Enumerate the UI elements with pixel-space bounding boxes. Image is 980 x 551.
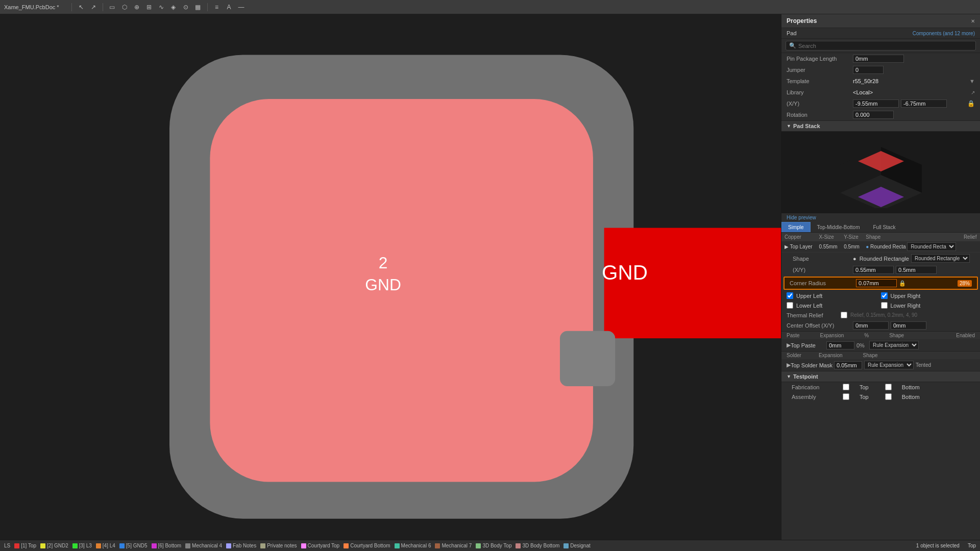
paste-expand-icon[interactable]: ▶: [787, 342, 791, 348]
layer-courtyard-top[interactable]: Courtyard Top: [301, 543, 340, 548]
corner-radius-percent: 28%: [958, 280, 972, 287]
testpoint-section-header[interactable]: ▼ Testpoint: [781, 371, 980, 382]
fabrication-top-checkbox[interactable]: [843, 384, 849, 390]
layer-6-bottom[interactable]: [6] Bottom: [152, 543, 182, 548]
status-bar: LS [1] Top [2] GND2 [3] L3 [4] L4 [5] GN…: [0, 540, 980, 551]
testpoint-arrow: ▼: [787, 374, 791, 379]
corner-radius-input[interactable]: [856, 279, 897, 287]
layer-3-l3[interactable]: [3] L3: [72, 543, 92, 548]
top-solder-expansion[interactable]: [834, 361, 862, 369]
lower-left-checkbox[interactable]: [787, 302, 793, 309]
pad-tool[interactable]: ⊞: [144, 2, 154, 12]
assembly-bottom-checkbox[interactable]: [885, 393, 892, 400]
close-icon[interactable]: ✕: [971, 18, 975, 24]
solder-expand-icon[interactable]: ▶: [787, 362, 791, 368]
corner-radius-lock[interactable]: 🔒: [899, 280, 906, 287]
layer-3d-top[interactable]: 3D Body Top: [476, 543, 511, 548]
hole-tool[interactable]: ⊙: [181, 2, 191, 12]
tab-full-stack[interactable]: Full Stack: [867, 222, 902, 232]
thermal-relief-row: Thermal Relief Relief, 0.15mm, 0.2mm, 4,…: [781, 310, 980, 320]
thermal-relief-checkbox[interactable]: [841, 312, 847, 318]
fabrication-bottom-checkbox[interactable]: [885, 384, 892, 390]
tab-top-middle-bottom[interactable]: Top-Middle-Bottom: [811, 222, 867, 232]
testpoint-label: Testpoint: [793, 373, 818, 380]
hide-preview-link[interactable]: Hide preview: [781, 213, 980, 222]
main-toolbar: Xame_FMU.PcbDoc * ↖ ↗ ▭ ⬡ ⊕ ⊞ ∿ ◈ ⊙ ▦ ≡ …: [0, 0, 980, 14]
layer-designat[interactable]: Designat: [564, 543, 590, 548]
layer-3d-bottom[interactable]: 3D Body Bottom: [516, 543, 559, 548]
layer-mech7[interactable]: Mechanical 7: [435, 543, 472, 548]
layer-fab-notes[interactable]: Fab Notes: [226, 543, 256, 548]
x-input[interactable]: [853, 99, 899, 108]
top-paste-shape-select[interactable]: Rule Expansion: [869, 341, 919, 349]
y-input[interactable]: [901, 99, 947, 108]
search-area: 🔍: [781, 39, 980, 53]
layer-2-dot: [40, 543, 45, 548]
poly-tool[interactable]: ⬡: [119, 2, 130, 12]
dim-tool[interactable]: ≡: [212, 2, 222, 12]
ls-indicator: LS: [4, 543, 10, 548]
text-tool[interactable]: A: [224, 2, 234, 12]
layer-fab-notes-label: Fab Notes: [233, 543, 256, 548]
pin-package-input[interactable]: [853, 55, 904, 63]
tab-simple[interactable]: Simple: [781, 222, 811, 232]
lock-icon[interactable]: 🔒: [967, 100, 975, 107]
layer-private-notes[interactable]: Private notes: [260, 543, 297, 548]
layer-4-l4[interactable]: [4] L4: [96, 543, 115, 548]
pad-3d-svg: [830, 137, 932, 208]
template-dropdown-icon[interactable]: ▼: [969, 78, 975, 84]
layer-mech6-label: Mechanical 6: [401, 543, 431, 548]
upper-left-checkbox[interactable]: [787, 292, 793, 299]
route-tool[interactable]: ↗: [88, 2, 99, 12]
top-layer-xsize[interactable]: 0.55mm: [816, 241, 841, 253]
search-input[interactable]: [798, 43, 972, 49]
shape-select[interactable]: Rounded Rectangle Rectangle Circle: [911, 254, 970, 263]
layer-fab-notes-dot: [226, 543, 231, 548]
top-layer-shape-select[interactable]: Rounded Recta Rectangle Circle: [907, 242, 956, 251]
solder-expansion-label: Expansion: [819, 353, 843, 358]
upper-right-checkbox[interactable]: [881, 292, 888, 299]
components-link[interactable]: Components (and 12 more): [913, 31, 975, 36]
lower-right-checkbox[interactable]: [881, 302, 888, 309]
layer-5-gnd5[interactable]: [5] GND5: [119, 543, 148, 548]
canvas-area[interactable]: 2 GND GND: [0, 14, 781, 540]
thermal-relief-value: Relief, 0.15mm, 0.2mm, 4, 90: [850, 312, 917, 318]
library-external-icon[interactable]: ↗: [971, 90, 975, 95]
via-tool[interactable]: ⊕: [132, 2, 142, 12]
percent-col-label: %: [864, 333, 869, 338]
rotation-input[interactable]: [853, 111, 894, 119]
svg-text:2: 2: [379, 254, 388, 272]
copper-tool[interactable]: ◈: [168, 2, 179, 12]
top-layer-row[interactable]: ▶ Top Layer 0.55mm 0.5mm ● Rounded Recta…: [781, 241, 980, 253]
top-solder-shape-select[interactable]: Rule Expansion: [864, 361, 914, 369]
header-xsize: X-Size: [816, 233, 841, 241]
line-tool[interactable]: —: [236, 2, 247, 12]
shape-sub-row: Shape ● Rounded Rectangle Rounded Rectan…: [781, 253, 980, 264]
template-value: r55_50r28: [853, 78, 967, 84]
layer-1-label: [1] Top: [21, 543, 36, 548]
jumper-input[interactable]: [853, 66, 884, 74]
layer-1-top[interactable]: [1] Top: [14, 543, 36, 548]
center-offset-x-input[interactable]: [853, 321, 889, 330]
assembly-top-checkbox[interactable]: [843, 393, 849, 400]
layer-2-label: [2] GND2: [47, 543, 68, 548]
grid-tool[interactable]: ▦: [193, 2, 203, 12]
layer-mech6[interactable]: Mechanical 6: [395, 543, 431, 548]
layer-mech4[interactable]: Mechanical 4: [185, 543, 222, 548]
arc-tool[interactable]: ∿: [156, 2, 166, 12]
xy-sub-x-input[interactable]: [853, 266, 894, 274]
pad-stack-section-header[interactable]: ▼ Pad Stack: [781, 120, 980, 132]
layer-2-gnd2[interactable]: [2] GND2: [40, 543, 68, 548]
xy-sub-y-input[interactable]: [896, 266, 937, 274]
panel-title: Properties: [787, 17, 817, 24]
select-tool[interactable]: ↖: [76, 2, 86, 12]
top-layer-expand[interactable]: ▶ Top Layer: [781, 241, 816, 253]
layer-courtyard-bottom[interactable]: Courtyard Bottom: [344, 543, 390, 548]
top-layer-ysize[interactable]: 0.5mm: [841, 241, 863, 253]
search-wrapper: 🔍: [786, 41, 976, 51]
top-paste-row: ▶ Top Paste 0% Rule Expansion: [781, 339, 980, 351]
center-offset-y-input[interactable]: [891, 321, 926, 330]
top-paste-expansion[interactable]: [826, 341, 854, 349]
rect-tool[interactable]: ▭: [107, 2, 117, 12]
shape-radio[interactable]: ●: [853, 256, 856, 262]
